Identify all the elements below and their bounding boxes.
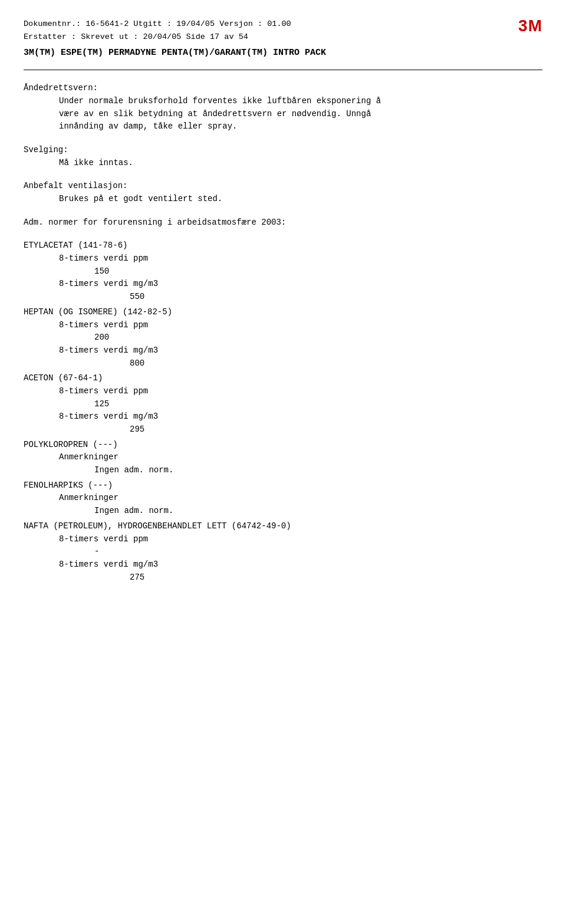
page: 3M Dokumentnr.: 16-5641-2 Utgitt : 19/04… [0, 0, 566, 924]
aandedrettsvern-section: Åndedrettsvern: Under normale bruksforho… [24, 82, 542, 133]
adm-section: Adm. normer for forurensning i arbeidsat… [24, 216, 542, 229]
document-title: 3M(TM) ESPE(TM) PERMADYNE PENTA(TM)/GARA… [24, 48, 542, 58]
etylacetat-ppm-label: 8-timers verdi ppm [59, 252, 542, 265]
aceton-mgm3-label: 8-timers verdi mg/m3 [59, 410, 542, 423]
svelging-label: Svelging: [24, 144, 542, 157]
substance-heptan: HEPTAN (OG ISOMERE) (142-82-5) 8-timers … [24, 306, 542, 370]
nafta-mgm3-value: 275 [130, 571, 542, 584]
polykloropren-note-label: Anmerkninger [59, 451, 542, 464]
nafta-ppm-value: - [94, 545, 542, 558]
fenolharpiks-note-label: Anmerkninger [59, 492, 542, 505]
substance-aceton-name: ACETON (67-64-1) [24, 372, 542, 385]
substance-etylacetat: ETYLACETAT (141-78-6) 8-timers verdi ppm… [24, 239, 542, 303]
nafta-mgm3-label: 8-timers verdi mg/m3 [59, 558, 542, 571]
document-header: Dokumentnr.: 16-5641-2 Utgitt : 19/04/05… [24, 18, 542, 43]
substance-fenolharpiks-name: FENOLHARPIKS (---) [24, 479, 542, 492]
erstatter-label: Erstatter : [24, 32, 76, 41]
logo-3m: 3M [518, 17, 542, 35]
version-label: : 19/04/05 Versjon [167, 19, 253, 28]
nafta-ppm-label: 8-timers verdi ppm [59, 533, 542, 546]
heptan-ppm-value: 200 [94, 331, 542, 344]
heptan-mgm3-value: 800 [130, 357, 542, 370]
substances-section: ETYLACETAT (141-78-6) 8-timers verdi ppm… [24, 239, 542, 584]
polykloropren-note-value: Ingen adm. norm. [94, 464, 542, 477]
anbefalt-text: Brukes på et godt ventilert sted. [59, 193, 542, 206]
aceton-ppm-value: 125 [94, 398, 542, 411]
substance-fenolharpiks: FENOLHARPIKS (---) Anmerkninger Ingen ad… [24, 479, 542, 518]
aandedrettsvern-label: Åndedrettsvern: [24, 82, 542, 95]
anbefalt-label: Anbefalt ventilasjon: [24, 180, 542, 193]
doc-nr-value: 16-5641-2 Utgitt [85, 19, 162, 28]
content: Åndedrettsvern: Under normale bruksforho… [24, 82, 542, 584]
etylacetat-mgm3-value: 550 [130, 291, 542, 304]
substance-polykloropren-name: POLYKLOROPREN (---) [24, 439, 542, 452]
heptan-mgm3-label: 8-timers verdi mg/m3 [59, 344, 542, 357]
aandedrettsvern-text3: innånding av damp, tåke eller spray. [59, 120, 542, 133]
aceton-mgm3-value: 295 [130, 423, 542, 436]
substance-polykloropren: POLYKLOROPREN (---) Anmerkninger Ingen a… [24, 439, 542, 477]
header-line-2: Erstatter : Skrevet ut : 20/04/05 Side 1… [24, 31, 542, 44]
anbefalt-section: Anbefalt ventilasjon: Brukes på et godt … [24, 180, 542, 205]
substance-heptan-name: HEPTAN (OG ISOMERE) (142-82-5) [24, 306, 542, 319]
header-divider [24, 70, 542, 70]
version-value: : 01.00 [258, 19, 291, 28]
doc-nr-label: Dokumentnr.: [24, 19, 81, 28]
substance-etylacetat-name: ETYLACETAT (141-78-6) [24, 239, 542, 252]
skrevet-value: : 20/04/05 Side [133, 32, 205, 41]
pages-total: 54 [239, 32, 248, 41]
etylacetat-mgm3-label: 8-timers verdi mg/m3 [59, 278, 542, 291]
etylacetat-ppm-value: 150 [94, 265, 542, 278]
header-line-1: Dokumentnr.: 16-5641-2 Utgitt : 19/04/05… [24, 18, 542, 31]
heptan-ppm-label: 8-timers verdi ppm [59, 319, 542, 332]
fenolharpiks-note-value: Ingen adm. norm. [94, 505, 542, 518]
adm-label: Adm. normer for forurensning i arbeidsat… [24, 216, 542, 229]
substance-nafta: NAFTA (PETROLEUM), HYDROGENBEHANDLET LET… [24, 520, 542, 584]
aandedrettsvern-text2: være av en slik betydning at åndedrettsv… [59, 108, 542, 121]
aceton-ppm-label: 8-timers verdi ppm [59, 385, 542, 398]
skrevet-label: Skrevet ut [81, 32, 129, 41]
substance-aceton: ACETON (67-64-1) 8-timers verdi ppm 125 … [24, 372, 542, 436]
side-value: 17 av [210, 32, 234, 41]
aandedrettsvern-text1: Under normale bruksforhold forventes ikk… [59, 95, 542, 108]
svelging-section: Svelging: Må ikke inntas. [24, 144, 542, 169]
svelging-text: Må ikke inntas. [59, 157, 542, 170]
substance-nafta-name: NAFTA (PETROLEUM), HYDROGENBEHANDLET LET… [24, 520, 542, 533]
